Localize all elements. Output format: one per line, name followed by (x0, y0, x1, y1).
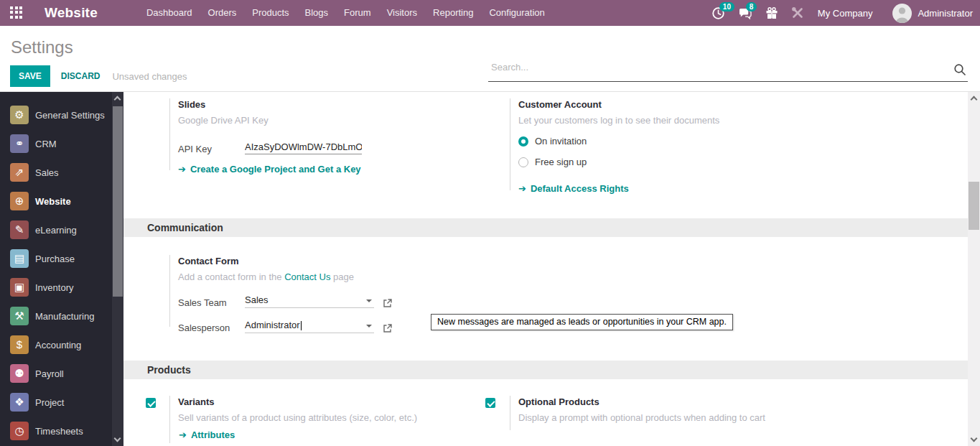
sidebar-scrollbar[interactable] (112, 92, 123, 446)
create-google-project-link[interactable]: ➔ Create a Google Project and Get a Key (178, 164, 471, 175)
api-key-label: API Key (178, 144, 245, 154)
products-section-title: Products (147, 364, 191, 376)
sidebar-item-project[interactable]: ❖ Project (0, 388, 123, 417)
settings-content: Slides Google Drive API Key API Key ➔ Cr… (123, 92, 980, 446)
api-key-row: API Key (178, 139, 471, 154)
sidebar-item-timesheets[interactable]: ◷ Timesheets (0, 417, 123, 445)
sidebar-item-crm[interactable]: ⚭ CRM (0, 129, 123, 158)
company-switcher[interactable]: My Company (818, 8, 873, 19)
website-app-icon: ⊕ (10, 192, 29, 210)
sidebar-item-manufacturing[interactable]: ⚒ Manufacturing (0, 302, 123, 330)
main-menu: Dashboard Orders Products Blogs Forum Vi… (139, 0, 553, 26)
elearning-app-icon: ✎ (10, 220, 29, 239)
general-settings-app-icon: ⚙ (10, 106, 29, 124)
content-scrollbar[interactable] (968, 92, 980, 446)
developer-tools-button[interactable] (785, 0, 811, 26)
manufacturing-app-icon: ⚒ (10, 307, 29, 325)
scroll-down-icon[interactable] (971, 435, 978, 442)
sidebar-item-website[interactable]: ⊕ Website (0, 187, 123, 215)
settings-app-list: ⚙ General Settings ⚭ CRM ⇗ Sales ⊕ Websi… (0, 92, 123, 445)
customer-account-title: Customer Account (518, 99, 854, 110)
nav-item-orders[interactable]: Orders (200, 0, 245, 26)
sidebar-item-label: Sales (35, 167, 59, 178)
navbar-systray: 10 8 (705, 0, 973, 26)
apps-menu-icon[interactable] (10, 6, 24, 20)
sidebar-item-label: Manufacturing (35, 311, 94, 322)
control-panel: Settings SAVE DISCARD Unsaved changes (0, 26, 980, 92)
variants-setting-block: Variants Sell variants of a product usin… (169, 396, 485, 443)
nav-item-reporting[interactable]: Reporting (425, 0, 481, 26)
sales-team-value: Sales (245, 294, 269, 305)
api-key-input[interactable] (245, 141, 362, 154)
search-bar (488, 59, 968, 82)
sidebar-scrollbar-thumb[interactable] (113, 106, 123, 297)
contact-form-subtitle: Add a contact form in the Contact Us pag… (178, 271, 514, 282)
nav-item-blogs[interactable]: Blogs (297, 0, 337, 26)
radio-unselected-icon[interactable] (518, 157, 528, 167)
rewards-button[interactable] (759, 0, 785, 26)
content-scrollbar-thumb[interactable] (969, 182, 979, 230)
sidebar-item-elearning[interactable]: ✎ eLearning (0, 215, 123, 244)
user-menu[interactable]: Administrator (892, 4, 973, 23)
save-button[interactable]: SAVE (10, 65, 50, 87)
sidebar-item-accounting[interactable]: $ Accounting (0, 330, 123, 359)
inventory-app-icon: ▣ (10, 278, 29, 297)
sidebar-item-sales[interactable]: ⇗ Sales (0, 158, 123, 187)
user-silhouette-icon (892, 4, 912, 23)
variants-title: Variants (178, 396, 485, 407)
scroll-up-icon[interactable] (114, 96, 121, 103)
sales-team-row: Sales Team Sales (178, 292, 514, 308)
sidebar-item-inventory[interactable]: ▣ Inventory (0, 273, 123, 302)
chevron-down-icon[interactable] (366, 325, 372, 327)
accounting-app-icon: $ (10, 335, 29, 354)
sales-team-select[interactable]: Sales (245, 294, 374, 308)
customer-account-subtitle: Let your customers log in to see their d… (518, 115, 854, 126)
optional-products-title: Optional Products (518, 396, 854, 407)
nav-item-forum[interactable]: Forum (336, 0, 379, 26)
activities-button[interactable]: 10 (705, 0, 732, 26)
crm-app-icon: ⚭ (10, 134, 29, 153)
sales-team-label: Sales Team (178, 297, 245, 308)
optional-products-checkbox[interactable] (485, 398, 495, 408)
sidebar-item-label: Timesheets (35, 426, 83, 437)
arrow-right-icon: ➔ (179, 429, 187, 440)
search-input[interactable] (491, 62, 922, 73)
sidebar-item-purchase[interactable]: ▤ Purchase (0, 244, 123, 273)
purchase-app-icon: ▤ (10, 249, 29, 268)
radio-selected-icon[interactable] (518, 136, 528, 147)
sidebar-item-label: eLearning (35, 225, 77, 236)
nav-item-dashboard[interactable]: Dashboard (139, 0, 200, 26)
sidebar-item-label: General Settings (35, 110, 105, 121)
default-access-rights-link[interactable]: ➔ Default Access Rights (518, 183, 854, 194)
variants-checkbox[interactable] (146, 398, 156, 408)
scroll-up-icon[interactable] (971, 96, 978, 103)
attributes-link[interactable]: ➔ Attributes (179, 429, 485, 440)
contact-us-link[interactable]: Contact Us (284, 271, 330, 282)
discard-button[interactable]: DISCARD (61, 71, 101, 81)
sidebar-item-payroll[interactable]: ⚉ Payroll (0, 359, 123, 388)
slides-title: Slides (178, 99, 471, 110)
external-link-icon[interactable] (383, 298, 393, 308)
app-brand[interactable]: Website (45, 5, 98, 21)
nav-item-visitors[interactable]: Visitors (379, 0, 425, 26)
gift-icon (765, 6, 778, 20)
communication-section-header: Communication (123, 218, 968, 237)
sidebar-item-label: Website (35, 196, 71, 207)
free-signup-option[interactable]: Free sign up (518, 157, 854, 167)
search-icon[interactable] (953, 63, 966, 76)
chevron-down-icon[interactable] (366, 299, 372, 302)
user-name-label: Administrator (918, 8, 973, 19)
payroll-app-icon: ⚉ (10, 364, 29, 383)
sidebar-item-label: Project (35, 397, 64, 408)
on-invitation-option[interactable]: On invitation (518, 136, 854, 147)
sidebar-item-general-settings[interactable]: ⚙ General Settings (0, 101, 123, 129)
scroll-down-icon[interactable] (114, 435, 121, 442)
default-access-rights-link-label: Default Access Rights (531, 183, 629, 194)
nav-item-products[interactable]: Products (244, 0, 297, 26)
external-link-icon[interactable] (383, 323, 393, 333)
slides-setting-block: Slides Google Drive API Key API Key ➔ Cr… (169, 98, 471, 170)
messages-button[interactable]: 8 (732, 0, 759, 26)
salesperson-select[interactable]: Administrator (245, 320, 374, 333)
attributes-link-label: Attributes (191, 429, 235, 440)
nav-item-configuration[interactable]: Configuration (481, 0, 552, 26)
